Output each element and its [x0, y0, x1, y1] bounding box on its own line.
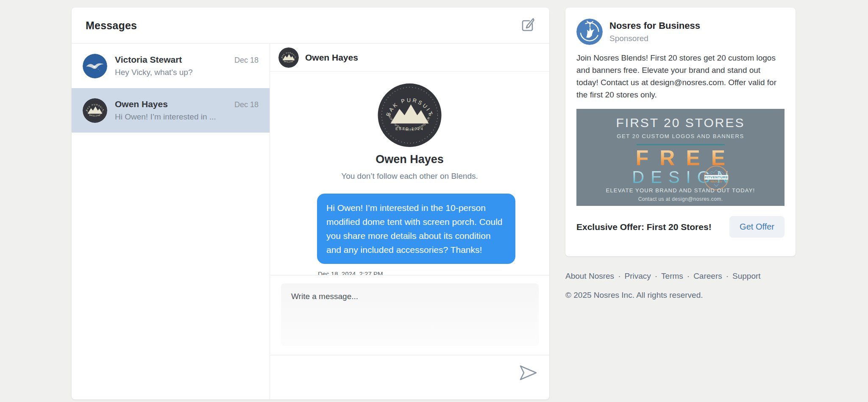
owen-avatar: [83, 98, 107, 123]
chat-panel: Owen Hayes Owen Hayes You don’t follow e…: [270, 44, 549, 399]
get-offer-button[interactable]: Get Offer: [729, 216, 785, 238]
sponsor-title: Nosres for Business: [609, 20, 700, 31]
compose-icon: [520, 17, 537, 35]
profile-name: Owen Hayes: [270, 153, 549, 166]
sponsored-card: Nosres for Business Sponsored Join Nosre…: [565, 8, 796, 256]
offer-row: Exclusive Offer: First 20 Stores! Get Of…: [576, 216, 785, 238]
footer-separator: ·: [687, 272, 690, 281]
messages-panel: Messages Victoria Stewart Dec 18: [72, 8, 549, 399]
profile-avatar[interactable]: [270, 83, 549, 147]
footer: About Nosres · Privacy · Terms · Careers…: [565, 272, 796, 300]
chat-header-avatar[interactable]: [278, 47, 299, 68]
footer-separator: ·: [655, 272, 657, 281]
nosres-logo-icon: [576, 19, 603, 45]
victoria-avatar: [83, 54, 107, 78]
conversation-item-victoria[interactable]: Victoria Stewart Dec 18 Hey Vicky, what'…: [72, 44, 270, 88]
sponsor-body-text: Join Nosres Blends! First 20 stores get …: [576, 52, 785, 101]
compose-button[interactable]: [520, 17, 537, 35]
chat-header: Owen Hayes: [270, 44, 549, 72]
composer: [270, 275, 549, 355]
ad-image[interactable]: FIRST 20 STORES GET 20 CUSTOM LOGOS AND …: [576, 109, 785, 206]
page-title: Messages: [86, 19, 137, 32]
ad-headline: FIRST 20 STORES: [576, 116, 785, 130]
footer-separator: ·: [726, 272, 729, 281]
follow-note: You don’t follow each other on Blends.: [270, 172, 549, 181]
footer-links: About Nosres · Privacy · Terms · Careers…: [565, 272, 796, 281]
footer-link-support[interactable]: Support: [732, 272, 761, 281]
send-button[interactable]: [518, 363, 538, 384]
message-input[interactable]: [281, 283, 539, 346]
messages-header: Messages: [72, 8, 549, 44]
message-bubble: Hi Owen! I’m interested in the 10-person…: [317, 194, 515, 264]
footer-separator: ·: [618, 272, 620, 281]
conversation-date: Dec 18: [234, 100, 259, 109]
outgoing-message: Hi Owen! I’m interested in the 10-person…: [317, 194, 515, 275]
message-history: Owen Hayes You don’t follow each other o…: [270, 72, 549, 275]
send-icon: [518, 363, 538, 384]
sponsored-label: Sponsored: [609, 34, 700, 43]
ad-subheadline: GET 20 CUSTOM LOGOS AND BANNERS: [576, 133, 785, 139]
chat-header-name: Owen Hayes: [305, 53, 358, 63]
ad-design-word: DESIGN: [576, 168, 785, 187]
conversation-name: Owen Hayes: [115, 99, 234, 109]
conversation-preview: Hi Owen! I’m interested in ...: [115, 112, 259, 122]
conversation-preview: Hey Vicky, what's up?: [115, 68, 259, 77]
ad-contact: Contact us at design@nosres.com.: [576, 196, 785, 202]
sponsor-header: Nosres for Business Sponsored: [576, 19, 785, 45]
footer-link-terms[interactable]: Terms: [661, 272, 683, 281]
copyright: © 2025 Nosres Inc. All rights reserved.: [565, 291, 796, 300]
offer-label: Exclusive Offer: First 20 Stores!: [576, 222, 712, 232]
conversation-item-owen[interactable]: Owen Hayes Dec 18 Hi Owen! I’m intereste…: [72, 88, 270, 133]
conversation-date: Dec 18: [234, 56, 259, 65]
send-row: [270, 355, 549, 399]
fitventure-badge: FITVENTURE MMXXIV: [704, 166, 729, 190]
footer-link-careers[interactable]: Careers: [693, 272, 722, 281]
conversation-list: Victoria Stewart Dec 18 Hey Vicky, what'…: [72, 44, 270, 399]
contact-profile: Owen Hayes You don’t follow each other o…: [270, 83, 549, 181]
footer-link-privacy[interactable]: Privacy: [624, 272, 651, 281]
conversation-name: Victoria Stewart: [115, 55, 234, 65]
footer-link-about[interactable]: About Nosres: [565, 272, 614, 281]
ad-free-word: FREE: [576, 146, 785, 170]
message-timestamp: Dec 18, 2024, 2:27 PM: [317, 270, 515, 275]
badge-title: FITVENTURE: [704, 175, 728, 180]
ad-divider: [637, 144, 725, 145]
ad-tagline: ELEVATE YOUR BRAND AND STAND OUT TODAY!: [576, 187, 785, 194]
